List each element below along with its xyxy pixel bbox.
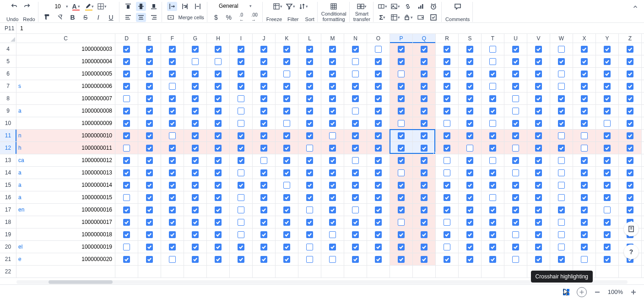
checkbox[interactable] xyxy=(375,108,382,114)
cell-text[interactable]: 1000000018 xyxy=(16,228,115,240)
cell[interactable] xyxy=(207,68,230,80)
cell[interactable] xyxy=(619,105,642,117)
checkbox[interactable] xyxy=(421,207,428,213)
checkbox[interactable] xyxy=(489,120,496,127)
cell[interactable] xyxy=(253,130,276,141)
cell[interactable] xyxy=(161,105,184,117)
cell[interactable] xyxy=(482,266,504,277)
checkbox[interactable] xyxy=(581,46,588,53)
cell-reference[interactable]: P11 xyxy=(0,23,16,33)
cell[interactable] xyxy=(527,55,550,67)
cell[interactable] xyxy=(550,216,573,228)
checkbox[interactable] xyxy=(581,157,588,164)
checkbox[interactable] xyxy=(260,194,267,201)
cell[interactable] xyxy=(207,105,230,117)
checkbox[interactable] xyxy=(260,256,267,263)
cell[interactable] xyxy=(115,167,138,179)
checkbox[interactable] xyxy=(146,207,153,213)
checkbox[interactable] xyxy=(604,207,611,213)
cell[interactable] xyxy=(482,216,504,228)
checkbox[interactable] xyxy=(444,207,450,213)
checkbox[interactable] xyxy=(283,58,290,65)
column-header-H[interactable]: H xyxy=(207,34,230,43)
cell[interactable] xyxy=(619,130,642,141)
cell[interactable] xyxy=(207,204,230,216)
cell[interactable] xyxy=(596,68,619,80)
cell[interactable] xyxy=(482,154,504,166)
checkbox[interactable] xyxy=(352,120,359,127)
cell[interactable] xyxy=(115,55,138,67)
checkbox[interactable] xyxy=(169,157,176,164)
wrap-overflow-button[interactable] xyxy=(167,2,177,11)
cell[interactable] xyxy=(321,179,344,191)
cell[interactable] xyxy=(527,167,550,179)
cell[interactable] xyxy=(413,117,436,129)
checkbox[interactable] xyxy=(329,132,336,139)
checkbox[interactable] xyxy=(352,194,359,201)
cell[interactable] xyxy=(298,142,321,154)
checkbox[interactable] xyxy=(192,108,199,114)
cell[interactable] xyxy=(504,216,527,228)
checkbox[interactable] xyxy=(558,71,565,77)
cell[interactable] xyxy=(573,142,596,154)
cell[interactable] xyxy=(207,92,230,104)
cell[interactable] xyxy=(298,228,321,240)
checkbox[interactable] xyxy=(123,207,130,213)
cell-text[interactable]: ca1000000012 xyxy=(16,154,115,166)
checkbox[interactable] xyxy=(352,231,359,238)
cell[interactable] xyxy=(321,130,344,141)
checkbox[interactable] xyxy=(581,182,588,189)
checkbox-button[interactable] xyxy=(428,13,438,22)
checkbox[interactable] xyxy=(535,194,542,201)
checkbox[interactable] xyxy=(375,194,382,201)
cell[interactable] xyxy=(321,43,344,55)
cell[interactable] xyxy=(390,130,413,141)
cell[interactable] xyxy=(413,204,436,216)
row-header[interactable]: 20 xyxy=(0,241,16,253)
cell[interactable] xyxy=(115,241,138,253)
checkbox[interactable] xyxy=(421,71,428,77)
checkbox[interactable] xyxy=(283,83,290,90)
cell[interactable] xyxy=(367,154,390,166)
checkbox[interactable] xyxy=(466,83,473,90)
checkbox[interactable] xyxy=(604,219,611,226)
cell[interactable] xyxy=(596,55,619,67)
checkbox[interactable] xyxy=(375,132,382,139)
checkbox[interactable] xyxy=(169,244,176,250)
cell[interactable] xyxy=(413,55,436,67)
checkbox[interactable] xyxy=(375,169,382,176)
cell[interactable] xyxy=(390,241,413,253)
checkbox[interactable] xyxy=(329,194,336,201)
checkbox[interactable] xyxy=(581,58,588,65)
cell[interactable] xyxy=(413,266,436,277)
align-top-button[interactable] xyxy=(123,2,133,11)
checkbox[interactable] xyxy=(444,182,450,189)
checkbox[interactable] xyxy=(352,108,359,114)
cell[interactable] xyxy=(527,117,550,129)
checkbox[interactable] xyxy=(215,182,222,189)
checkbox[interactable] xyxy=(489,182,496,189)
checkbox[interactable] xyxy=(283,231,290,238)
checkbox[interactable] xyxy=(352,132,359,139)
checkbox[interactable] xyxy=(535,157,542,164)
checkbox[interactable] xyxy=(466,145,473,152)
cell[interactable] xyxy=(184,241,207,253)
cell[interactable] xyxy=(230,142,253,154)
cell[interactable] xyxy=(527,154,550,166)
cell[interactable] xyxy=(619,55,642,67)
checkbox[interactable] xyxy=(558,58,565,65)
cell[interactable] xyxy=(413,191,436,203)
cell[interactable] xyxy=(115,105,138,117)
checkbox[interactable] xyxy=(260,145,267,152)
checkbox[interactable] xyxy=(283,108,290,114)
cell[interactable] xyxy=(207,80,230,92)
cell[interactable] xyxy=(550,228,573,240)
checkbox[interactable] xyxy=(581,145,588,152)
checkbox[interactable] xyxy=(283,132,290,139)
cell[interactable] xyxy=(321,117,344,129)
cell[interactable] xyxy=(550,142,573,154)
cell[interactable] xyxy=(298,204,321,216)
cell-text[interactable]: el1000000019 xyxy=(16,241,115,253)
column-header-Q[interactable]: Q xyxy=(413,34,436,43)
cell[interactable] xyxy=(253,80,276,92)
